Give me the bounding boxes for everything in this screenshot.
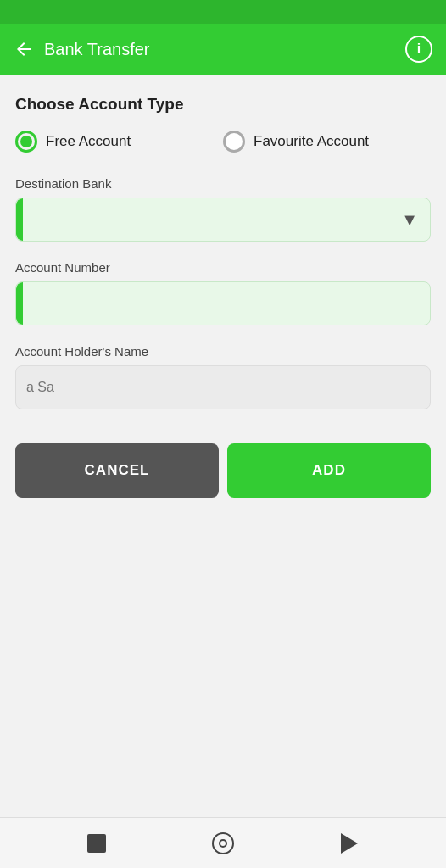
toolbar-left: Bank Transfer <box>14 39 150 59</box>
green-bar-bank <box>16 198 23 241</box>
account-number-label: Account Number <box>15 260 431 275</box>
back-icon <box>341 833 358 854</box>
radio-option-free[interactable]: Free Account <box>15 131 223 153</box>
account-number-group: Account Number <box>15 260 431 326</box>
button-row: CANCEL ADD <box>15 443 431 498</box>
section-title: Choose Account Type <box>15 95 431 114</box>
radio-circle-free <box>15 131 37 153</box>
account-number-input[interactable] <box>23 282 430 325</box>
account-holder-input[interactable] <box>16 366 430 409</box>
destination-bank-input[interactable] <box>23 198 389 241</box>
main-content: Choose Account Type Free Account Favouri… <box>0 75 446 817</box>
toolbar: Bank Transfer i <box>0 24 446 75</box>
cancel-button[interactable]: CANCEL <box>15 443 219 498</box>
back-button[interactable] <box>14 39 34 59</box>
account-number-wrapper <box>15 281 431 326</box>
status-bar <box>0 0 446 24</box>
destination-bank-wrapper: ▼ <box>15 198 431 242</box>
radio-option-favourite[interactable]: Favourite Account <box>223 131 431 153</box>
radio-label-free: Free Account <box>46 133 131 150</box>
info-icon: i <box>417 42 421 57</box>
account-type-radio-group: Free Account Favourite Account <box>15 131 431 153</box>
destination-bank-group: Destination Bank ▼ <box>15 176 431 242</box>
recent-apps-button[interactable] <box>85 832 109 855</box>
account-holder-wrapper <box>15 365 431 409</box>
account-holder-group: Account Holder's Name <box>15 344 431 409</box>
recent-apps-icon <box>87 834 106 853</box>
account-holder-label: Account Holder's Name <box>15 344 431 359</box>
dropdown-arrow-icon[interactable]: ▼ <box>389 210 430 230</box>
home-icon-inner <box>219 839 227 848</box>
radio-label-favourite: Favourite Account <box>254 133 369 150</box>
home-icon <box>212 832 234 854</box>
green-bar-account <box>16 282 23 325</box>
back-nav-button[interactable] <box>337 832 361 855</box>
toolbar-title: Bank Transfer <box>44 40 150 59</box>
home-button[interactable] <box>211 832 235 855</box>
radio-circle-favourite <box>223 131 245 153</box>
info-button[interactable]: i <box>405 36 432 63</box>
bottom-nav <box>0 817 446 868</box>
add-button[interactable]: ADD <box>227 443 431 498</box>
destination-bank-label: Destination Bank <box>15 176 431 191</box>
